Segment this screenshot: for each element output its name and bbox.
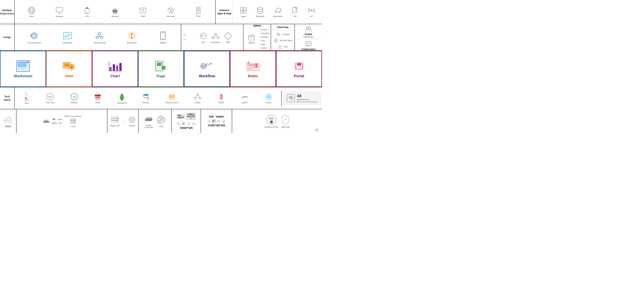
usage-right-icons: API Integration [188,30,243,45]
svg-rect-26 [244,7,246,10]
android-icon [111,6,119,14]
people-section: People Organization [295,24,322,39]
svg-rect-121 [96,99,100,100]
svg-rect-5 [56,7,63,12]
pwa-label: PWA [140,15,145,17]
people-label: People [305,33,312,35]
svg-text:★: ★ [34,34,35,36]
react-icon [265,93,273,101]
serverless-icon-item: Serverless [273,6,282,17]
iso-badge: ISO ✓ [266,114,277,125]
svg-point-107 [298,65,300,67]
web-icon-item: Web [28,6,36,17]
minio-item: MiniO [217,93,225,104]
pbp-item: PBP [223,31,232,43]
view-icon [62,60,76,73]
grpc-item: gRPC gRPC [241,93,249,104]
svg-point-41 [101,36,103,38]
svg-point-163 [117,117,118,118]
iso-circle: ISO ✓ [266,114,277,125]
collaboration-label: Collaboration [301,48,316,51]
svg-text:JAVA: JAVA [24,99,28,101]
docker-k8s-section: DockerComposer K8S [139,109,172,133]
database-label: Database [256,15,264,17]
dashboard-icon [62,31,72,41]
react-item: React [265,93,273,104]
usage-icons: ★ Core Operation Dashboard [15,24,181,50]
api-item: API [199,31,208,43]
domestic-os-section: UOS KylinOS [201,109,232,133]
usage-right-section: → ← API [181,24,243,50]
wechat-work-item: 💬 WeChat Work [274,38,292,43]
kylin-badge: KylinOS [215,115,225,118]
third-party-panel: Third Party ✉ Dingtalk 💬 W [271,24,294,50]
page-number: 15 [315,128,318,132]
tech-stack-label: TechStack [0,87,15,109]
arrow-right-icon: → [122,119,126,124]
svg-text:⚡: ⚡ [284,118,287,121]
svg-point-101 [256,64,257,66]
dengbao-icon: ⚡ [281,114,290,125]
aws-label: aws [58,118,62,121]
infra-row: SaaS aws [0,109,322,133]
cluster-item: Cluster [128,116,136,127]
svg-point-12 [116,9,116,9]
svg-rect-152 [54,122,56,124]
file-icon: CSV [291,6,299,14]
external-apps-label: ExternalApps & Data [216,0,233,24]
svg-point-68 [308,27,311,29]
docker-composer-label: DockerComposer [144,124,153,128]
svg-point-29 [258,7,263,9]
automation-icon [127,31,137,41]
ios-icon [83,6,91,14]
svg-rect-179 [148,116,148,117]
svg-rect-176 [146,117,147,118]
docker-composer-icon [144,114,154,124]
departmental-label: Departmental [94,42,106,44]
integration-icon [211,31,220,40]
svg-rect-84 [116,66,118,71]
mongodb-icon [118,92,126,101]
svg-rect-77 [64,63,69,67]
single-host-icon [111,116,119,124]
svg-rect-102 [248,67,255,68]
market-icon [248,34,255,42]
svg-point-39 [98,32,101,35]
svg-point-181 [178,123,179,124]
svg-point-111 [302,68,303,70]
mini-app-label: Mini App [167,15,174,17]
svg-rect-119 [95,95,101,96]
cloud-link-icon [52,122,57,125]
serverless-icon [274,6,282,14]
yin-yang-icon [212,119,216,123]
java-item: JAVA Java [23,92,30,104]
svg-text:.NET: .NET [48,96,52,98]
kafka-icon [194,93,202,101]
svg-point-158 [74,121,75,121]
svg-marker-59 [224,32,232,39]
cloud-logos: aws [52,118,63,125]
dingtalk-icon: ✉ [276,32,281,37]
arm-badge: ARM64/AARCH64 [186,113,196,120]
svg-rect-25 [240,7,243,10]
worksheet-card: Worksheet [0,51,46,87]
desktop-label: Desktop [56,15,63,17]
net-core-label: .Net Core [46,101,54,104]
workflow-label: Workflow [199,74,215,78]
grpc-icon: gRPC [241,93,249,101]
svg-line-56 [213,35,216,37]
serverless-label: Serverless [273,15,282,17]
arch-icons-row: ∞ [176,121,196,126]
svg-point-136 [268,96,270,97]
wechat-work-icon: 💬 [274,38,278,43]
redis-label: Redis [95,101,100,104]
svg-rect-66 [279,46,282,48]
mysql-icon [142,93,150,101]
cluster-label: Cluster [129,125,135,127]
market-label: Market [248,42,255,44]
nodejs-label: NodeJS [70,101,78,104]
svg-point-189 [214,122,214,123]
elasticsearch-label: ElasticSearch [166,101,178,104]
java-label: Java [24,102,29,104]
svg-point-108 [295,63,297,65]
